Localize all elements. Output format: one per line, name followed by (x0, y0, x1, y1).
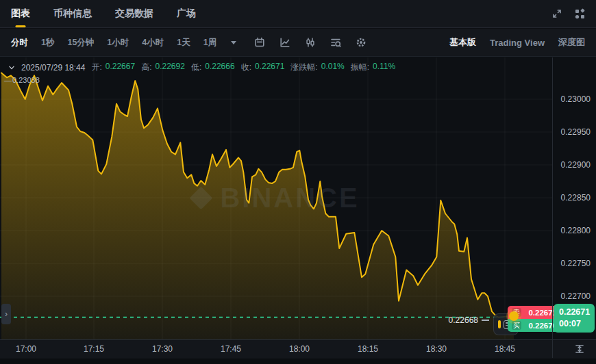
view-mode-depth[interactable]: 深度图 (558, 36, 585, 49)
interval-15m[interactable]: 15分钟 (67, 37, 94, 49)
indicators-icon[interactable] (330, 37, 341, 48)
ohlc-open-value: 0.22667 (105, 62, 135, 73)
time-tick: 17:00 (16, 340, 36, 358)
y-axis-label: 0.22750 (561, 258, 591, 269)
interval-1h[interactable]: 1小时 (107, 37, 129, 49)
ohlc-high-value: 0.22692 (156, 62, 185, 73)
binance-logo-icon (189, 186, 212, 209)
ohlc-change-label: 涨跌幅: (290, 62, 317, 73)
time-axis[interactable]: 17:00 17:15 17:30 17:45 18:00 18:15 18:3… (0, 339, 596, 359)
ohlc-low-value: 0.22666 (205, 62, 234, 73)
buy-label: 买 (512, 321, 521, 330)
view-mode-basic[interactable]: 基本版 (449, 36, 476, 49)
time-tick: 18:00 (289, 340, 310, 358)
chevron-down-icon[interactable] (8, 64, 15, 71)
interval-1w[interactable]: 1周 (203, 37, 216, 49)
interval-4h[interactable]: 4小时 (142, 37, 164, 49)
current-price-axis-badge[interactable]: 0.22671 00:07 (554, 304, 595, 333)
position-marker-icon (498, 320, 501, 328)
header-tabs: 图表 币种信息 交易数据 广场 (11, 0, 196, 27)
y-axis-label: 0.23000 (561, 94, 591, 105)
time-tick: 18:15 (358, 340, 378, 358)
time-tick: 18:30 (426, 340, 447, 358)
interval-selector: 分时 1秒 15分钟 1小时 4小时 1天 1周 (11, 37, 236, 49)
tab-chart-label: 图表 (11, 8, 30, 20)
time-tick: 17:45 (221, 340, 241, 358)
interval-1s[interactable]: 1秒 (41, 37, 54, 49)
header-icons (551, 8, 585, 19)
price-axis-divider (552, 57, 553, 358)
time-tick: 18:45 (495, 340, 515, 358)
panel-expander-button[interactable]: › (1, 304, 11, 324)
ohlc-change-value: 0.01% (321, 62, 345, 73)
ohlc-datetime: 2025/07/29 18:44 (21, 63, 85, 73)
ohlc-high-label: 高: (141, 62, 151, 73)
axis-scale-icon[interactable] (574, 343, 585, 354)
y-axis-label: 0.22900 (561, 159, 591, 170)
expand-icon[interactable] (551, 8, 562, 19)
header: 图表 币种信息 交易数据 广场 (0, 0, 596, 28)
tab-square-label: 广场 (177, 8, 196, 20)
settings-gear-icon[interactable] (356, 37, 367, 48)
interval-dropdown-caret-icon[interactable] (231, 41, 236, 44)
ohlc-close-label: 收: (241, 62, 251, 73)
active-tab-underline (16, 25, 26, 27)
last-price-dot (509, 311, 519, 321)
view-mode-tradingview[interactable]: Trading View (490, 38, 545, 48)
layout-icon[interactable] (574, 8, 585, 19)
line-chart-icon[interactable] (280, 37, 290, 48)
ohlc-amplitude-value: 0.11% (373, 62, 395, 73)
binance-chart-panel: 图表 币种信息 交易数据 广场 分时 1秒 15分钟 1小时 4小时 (0, 0, 596, 364)
tab-square[interactable]: 广场 (177, 0, 196, 27)
view-mode-switcher: 基本版 Trading View 深度图 (449, 36, 585, 49)
current-price: 0.22671 (559, 307, 595, 318)
ohlc-low-label: 低: (191, 62, 201, 73)
y-axis-label: 0.22850 (561, 192, 591, 203)
chart-area[interactable]: BINANCE 2025/07/29 18:44 开:0.22667 高:0.2… (0, 57, 596, 339)
tab-chart[interactable]: 图表 (11, 0, 30, 27)
time-tick: 17:30 (152, 340, 173, 358)
calendar-icon[interactable] (254, 37, 265, 48)
toolbar-icons (254, 37, 367, 48)
interval-time[interactable]: 分时 (11, 37, 28, 49)
y-axis-label: 0.22800 (561, 225, 591, 236)
candlestick-icon[interactable] (305, 37, 316, 48)
ohlc-info-bar: 2025/07/29 18:44 开:0.22667 高:0.22692 低:0… (8, 62, 395, 73)
position-price-label: 0.22668 (449, 315, 489, 325)
tab-trading-data-label: 交易数据 (115, 8, 153, 20)
watermark-text: BINANCE (220, 183, 359, 213)
time-tick: 17:15 (84, 340, 104, 358)
ohlc-close-value: 0.22671 (255, 62, 284, 73)
candle-countdown: 00:07 (559, 318, 595, 330)
tab-coin-info[interactable]: 币种信息 (53, 0, 92, 27)
ohlc-open-label: 开: (91, 62, 101, 73)
range-open-price-label: —0.23038 (4, 76, 40, 84)
y-axis-label: 0.22950 (561, 127, 591, 138)
binance-watermark: BINANCE (193, 183, 359, 213)
ohlc-amplitude-label: 振幅: (351, 62, 369, 73)
tab-coin-info-label: 币种信息 (53, 8, 92, 20)
y-axis-label: 0.22700 (561, 291, 591, 302)
chart-toolbar: 分时 1秒 15分钟 1小时 4小时 1天 1周 (0, 29, 596, 57)
tab-trading-data[interactable]: 交易数据 (115, 0, 153, 27)
interval-1d[interactable]: 1天 (177, 37, 190, 49)
panel-bottom-edge (0, 358, 596, 364)
